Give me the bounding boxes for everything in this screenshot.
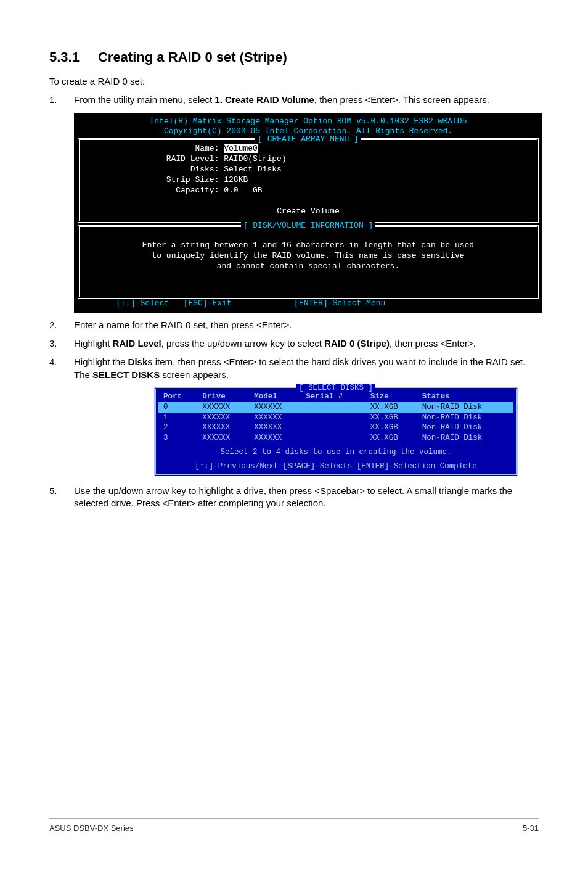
cell-status: Non-RAID Disk [417,433,513,444]
cell-port: 3 [158,433,197,444]
field-value: 128KB [224,175,248,184]
bold-term: Disks [128,357,153,367]
field-label: Disks: [190,165,219,174]
select-disks-title: [ SELECT DISKS ] [296,384,375,392]
cell-model: XXXXXX [249,433,301,444]
nav-hint: [ENTER]-Select Menu [294,299,385,308]
cell-port: 1 [158,413,197,423]
table-row: 3 XXXXXX XXXXXX XX.XGB Non-RAID Disk [158,433,513,444]
cell-model: XXXXXX [249,402,301,413]
cell-size: XX.XGB [365,402,417,413]
cell-drive: XXXXXX [197,423,249,433]
step-number: 1. [49,94,74,106]
table-row: 2 XXXXXX XXXXXX XX.XGB Non-RAID Disk [158,423,513,433]
page-footer: ASUS DSBV-DX Series 5-31 [49,818,539,833]
info-text-line: to uniquely identify the RAID volume. Th… [84,251,532,262]
select-disks-nav: [↑↓]-Previous/Next [SPACE]-Selects [ENTE… [158,461,513,472]
field-name: Name: Volume0 [84,144,532,154]
bold-term: RAID Level [113,338,161,349]
select-disks-table: Port Drive Model Serial # Size Status 0 … [158,392,513,444]
step-text: Use the up/down arrow key to highlight a… [74,485,539,510]
cell-status: Non-RAID Disk [417,423,513,433]
bios-select-disks-screen: [ SELECT DISKS ] Port Drive Model Serial… [154,387,518,476]
field-raid-level: RAID Level: RAID0(Stripe) [84,154,532,165]
bios-create-array-screen: Intel(R) Matrix Storage Manager Option R… [74,113,542,313]
field-label: Name: [195,144,219,153]
field-strip-size: Strip Size: 128KB [84,175,532,186]
field-value: RAID0(Stripe) [224,154,286,163]
text-fragment: Highlight the [74,357,128,367]
field-value: 0.0 GB [224,186,262,195]
step-text: Highlight RAID Level, press the up/down … [74,337,539,350]
cell-size: XX.XGB [365,433,417,444]
cell-serial [301,402,365,413]
field-capacity: Capacity: 0.0 GB [84,186,532,196]
create-array-menu-box: [ CREATE ARRAY MENU ] Name: Volume0 RAID… [78,138,539,222]
cell-size: XX.XGB [365,423,417,433]
bios-header-line1: Intel(R) Matrix Storage Manager Option R… [78,117,539,127]
step-text: Enter a name for the RAID 0 set, then pr… [74,319,539,331]
step-number: 2. [49,319,74,331]
disk-volume-info-box: [ DISK/VOLUME INFORMATION ] Enter a stri… [78,225,539,299]
footer-product: ASUS DSBV-DX Series [49,823,134,833]
cell-port: 2 [158,423,197,433]
bold-term: 1. Create RAID Volume [214,94,314,105]
field-label: RAID Level: [166,154,219,163]
field-label: Capacity: [176,186,219,195]
text-fragment: , then press <Enter>. This screen appear… [314,94,489,105]
field-label: Strip Size: [166,175,219,184]
section-number: 5.3.1 [49,49,80,65]
cell-port: 0 [158,402,197,413]
step-number: 3. [49,337,74,350]
cell-status: Non-RAID Disk [417,413,513,423]
cell-model: XXXXXX [249,423,301,433]
select-disks-hint: Select 2 to 4 disks to use in creating t… [158,447,513,458]
table-row: 1 XXXXXX XXXXXX XX.XGB Non-RAID Disk [158,413,513,423]
cell-drive: XXXXXX [197,433,249,444]
step-text: Highlight the Disks item, then press <En… [74,356,539,381]
cell-model: XXXXXX [249,413,301,423]
create-volume-action: Create Volume [84,207,532,217]
step-text: From the utility main menu, select 1. Cr… [74,94,539,106]
intro-text: To create a RAID 0 set: [49,75,539,88]
text-fragment: , then press <Enter>. [390,338,476,349]
bold-term: RAID 0 (Stripe) [324,338,390,349]
nav-hint: [↑↓]-Select [116,299,169,308]
cell-status: Non-RAID Disk [417,402,513,413]
field-value-highlighted: Volume0 [224,144,258,153]
nav-hint: [ESC]-Exit [184,299,232,308]
step-number: 5. [49,485,74,510]
text-fragment: screen appears. [160,369,229,380]
table-row: 0 XXXXXX XXXXXX XX.XGB Non-RAID Disk [158,402,513,413]
field-value: Select Disks [224,165,282,174]
info-text-line: and cannot contain special characters. [84,262,532,272]
bios-header-line2: Copyright(C) 2003-05 Intel Corporation. … [78,126,539,137]
cell-serial [301,433,365,444]
bios-nav-bar: [↑↓]-Select [ESC]-Exit [ENTER]-Select Me… [78,299,539,309]
info-text-line: Enter a string between 1 and 16 characte… [84,241,532,251]
cell-drive: XXXXXX [197,402,249,413]
cell-serial [301,423,365,433]
text-fragment: From the utility main menu, select [74,94,214,105]
step-number: 4. [49,356,74,381]
footer-page-number: 5-31 [523,823,539,833]
text-fragment: Highlight [74,338,113,349]
cell-serial [301,413,365,423]
cell-size: XX.XGB [365,413,417,423]
section-title-text: Creating a RAID 0 set (Stripe) [98,49,287,65]
section-heading: 5.3.1Creating a RAID 0 set (Stripe) [49,49,539,65]
bold-term: SELECT DISKS [92,369,160,380]
field-disks: Disks: Select Disks [84,165,532,175]
cell-drive: XXXXXX [197,413,249,423]
disk-volume-info-title: [ DISK/VOLUME INFORMATION ] [241,221,376,230]
text-fragment: , press the up/down arrow key to select [161,338,324,349]
